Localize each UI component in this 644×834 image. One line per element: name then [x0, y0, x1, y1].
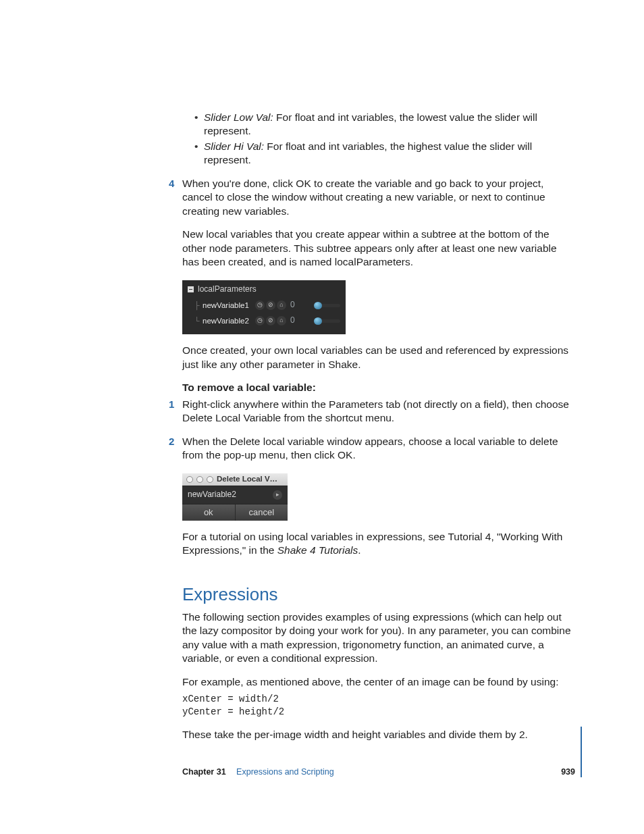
clock-icon[interactable]: ◷	[255, 316, 265, 325]
text: For a tutorial on using local variables …	[182, 531, 562, 556]
param-slider[interactable]	[314, 319, 340, 323]
dialog-buttons: ok cancel	[182, 504, 288, 521]
body-content: • Slider Low Val: For float and int vari…	[182, 111, 575, 741]
tree-branch-icon: ├	[194, 301, 203, 311]
tree-branch-icon: └	[194, 316, 203, 326]
step-text: When you're done, click OK to create the…	[182, 178, 545, 217]
param-value[interactable]: 0	[290, 300, 298, 311]
bullet-item: • Slider Low Val: For float and int vari…	[194, 111, 575, 138]
bullet-text: Slider Low Val: For float and int variab…	[204, 111, 575, 138]
step-number: 2	[169, 435, 174, 448]
footer-left: Chapter 31 Expressions and Scripting	[182, 767, 334, 777]
dialog-titlebar: Delete Local V…	[182, 473, 288, 486]
document-page: • Slider Low Val: For float and int vari…	[0, 0, 644, 834]
parameter-row: ├ newVariable1 ◷ ⊘ ⌂ 0	[194, 298, 340, 312]
step-text: When the Delete local variable window ap…	[182, 436, 558, 461]
bullet-text: Slider Hi Val: For float and int variabl…	[204, 140, 575, 167]
step-4: 4 When you're done, click OK to create t…	[182, 177, 575, 218]
window-button-icon[interactable]	[196, 476, 203, 483]
bullet-dot: •	[194, 111, 204, 138]
step-text: Right-click anywhere within the Paramete…	[182, 398, 569, 423]
step-number: 4	[169, 177, 174, 190]
dialog-title: Delete Local V…	[217, 474, 277, 484]
bullet-item: • Slider Hi Val: For float and int varia…	[194, 140, 575, 167]
margin-rule	[581, 727, 582, 777]
variable-dropdown[interactable]: newVariable2 ▸	[182, 486, 288, 504]
clock-icon[interactable]: ◷	[255, 301, 265, 310]
param-icons: ◷ ⊘ ⌂	[255, 301, 286, 310]
lock-icon[interactable]: ⌂	[277, 316, 286, 325]
slider-knob[interactable]	[314, 302, 322, 309]
chapter-label: Chapter 31	[182, 767, 226, 777]
step-number: 1	[169, 398, 174, 411]
section-heading: Expressions	[182, 583, 575, 606]
bullet-term: Slider Hi Val:	[204, 140, 264, 152]
panel-title: localParameters	[198, 284, 257, 295]
slider-knob[interactable]	[314, 317, 322, 325]
code-block: xCenter = width/2 yCenter = height/2	[182, 693, 575, 719]
lock-icon[interactable]: ⌂	[277, 301, 286, 310]
chapter-title: Expressions and Scripting	[236, 767, 334, 777]
ok-button[interactable]: ok	[182, 504, 236, 521]
delete-local-variable-dialog: Delete Local V… newVariable2 ▸ ok cancel	[182, 473, 288, 521]
paragraph: These take the per-image width and heigh…	[182, 728, 575, 741]
param-icons: ◷ ⊘ ⌂	[255, 316, 286, 325]
paragraph: Once created, your own local variables c…	[182, 344, 575, 371]
collapse-icon[interactable]	[188, 286, 194, 292]
key-icon[interactable]: ⊘	[266, 316, 275, 325]
panel-header: localParameters	[188, 284, 340, 295]
key-icon[interactable]: ⊘	[266, 301, 275, 310]
subheading: To remove a local variable:	[182, 381, 575, 394]
local-parameters-panel: localParameters ├ newVariable1 ◷ ⊘ ⌂ 0 └…	[182, 280, 346, 335]
step-2: 2 When the Delete local variable window …	[182, 435, 575, 463]
paragraph: For example, as mentioned above, the cen…	[182, 675, 575, 689]
page-footer: Chapter 31 Expressions and Scripting 939	[182, 767, 575, 777]
window-button-icon[interactable]	[186, 476, 193, 483]
param-slider[interactable]	[314, 304, 340, 307]
param-name: newVariable1	[203, 301, 255, 311]
param-value[interactable]: 0	[290, 315, 298, 326]
param-name: newVariable2	[203, 316, 255, 326]
cancel-button[interactable]: cancel	[236, 504, 288, 521]
paragraph: New local variables that you create appe…	[182, 228, 575, 269]
page-number: 939	[561, 767, 575, 777]
paragraph: For a tutorial on using local variables …	[182, 530, 575, 558]
bullet-dot: •	[194, 140, 204, 167]
dropdown-value: newVariable2	[188, 490, 236, 500]
bullet-term: Slider Low Val:	[204, 111, 273, 123]
book-title: Shake 4 Tutorials	[277, 544, 358, 556]
text: .	[358, 544, 360, 556]
parameter-row: └ newVariable2 ◷ ⊘ ⌂ 0	[194, 314, 340, 328]
window-button-icon[interactable]	[207, 476, 213, 483]
paragraph: The following section provides examples …	[182, 610, 575, 666]
dropdown-arrow-icon: ▸	[273, 490, 282, 500]
step-1: 1 Right-click anywhere within the Parame…	[182, 398, 575, 425]
